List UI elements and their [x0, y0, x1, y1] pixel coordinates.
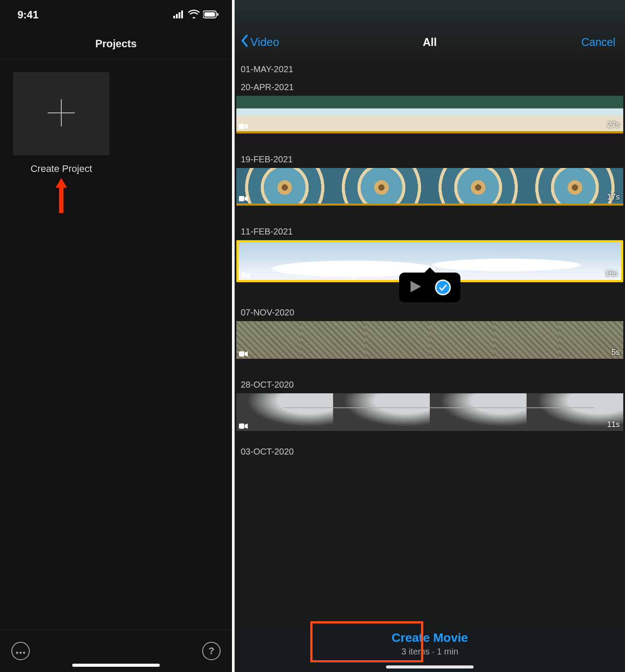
home-indicator[interactable] — [72, 664, 160, 667]
plus-icon — [46, 98, 77, 130]
svg-marker-16 — [245, 196, 248, 201]
media-picker-screen: Video All Cancel 01-MAY-2021 20-APR-2021… — [235, 0, 625, 672]
svg-marker-22 — [245, 424, 248, 429]
section-date: 20-APR-2021 — [235, 78, 625, 96]
wifi-icon — [188, 9, 200, 21]
section-date: 01-MAY-2021 — [235, 60, 625, 78]
svg-point-12 — [23, 651, 25, 654]
svg-rect-17 — [241, 273, 246, 278]
cellular-icon — [173, 9, 185, 21]
svg-point-11 — [20, 651, 22, 654]
svg-marker-9 — [56, 178, 67, 213]
video-icon — [241, 272, 250, 278]
create-movie-button[interactable]: Create Movie — [392, 631, 468, 645]
annotation-arrow-icon — [55, 178, 219, 215]
create-project-label: Create Project — [13, 163, 109, 175]
video-icon — [239, 351, 248, 357]
video-clip[interactable]: 27s — [236, 96, 623, 133]
section-date: 19-FEB-2021 — [235, 150, 625, 168]
video-clip[interactable]: 17s — [236, 168, 623, 206]
svg-rect-6 — [217, 13, 218, 16]
page-title: Projects — [0, 25, 232, 59]
svg-marker-20 — [245, 351, 248, 357]
confirm-button[interactable] — [435, 280, 451, 295]
footer-bar: Create Movie 3 items · 1 min — [235, 615, 625, 672]
help-button[interactable]: ? — [202, 642, 221, 660]
duration-label: 15s — [605, 269, 618, 278]
video-icon — [239, 423, 248, 429]
svg-rect-5 — [204, 12, 215, 17]
section-date: 03-OCT-2020 — [235, 442, 625, 460]
back-button[interactable]: Video — [241, 34, 279, 50]
home-indicator[interactable] — [386, 665, 474, 668]
video-clip[interactable]: 5s — [236, 321, 623, 359]
play-button[interactable] — [409, 280, 422, 295]
status-icons — [173, 9, 219, 21]
svg-rect-0 — [173, 16, 175, 18]
section-date: 07-NOV-2020 — [235, 303, 625, 321]
back-label: Video — [250, 35, 279, 49]
svg-rect-19 — [239, 351, 244, 357]
more-button[interactable] — [11, 642, 30, 660]
svg-rect-3 — [181, 10, 183, 18]
svg-marker-23 — [411, 281, 421, 292]
section-date: 28-OCT-2020 — [235, 375, 625, 393]
duration-label: 17s — [607, 192, 620, 202]
selection-summary: 3 items · 1 min — [401, 647, 458, 657]
chevron-left-icon — [241, 34, 249, 50]
duration-label: 11s — [607, 420, 620, 429]
video-icon — [239, 123, 248, 130]
svg-rect-2 — [179, 12, 180, 18]
svg-rect-13 — [239, 124, 244, 129]
nav-title[interactable]: All — [423, 36, 437, 49]
cancel-button[interactable]: Cancel — [581, 36, 615, 49]
svg-rect-21 — [239, 424, 244, 429]
projects-screen: 9:41 Projects Create Project — [0, 0, 232, 672]
svg-rect-15 — [239, 196, 244, 201]
section-date: 11-FEB-2021 — [235, 222, 625, 240]
svg-marker-18 — [247, 273, 250, 278]
status-bar: 9:41 — [0, 0, 232, 25]
svg-point-10 — [16, 651, 18, 654]
svg-rect-1 — [176, 14, 178, 18]
ellipsis-icon — [16, 645, 25, 657]
duration-label: 27s — [607, 120, 620, 130]
duration-label: 5s — [611, 348, 620, 357]
clip-popover — [399, 273, 460, 302]
nav-bar: Video All Cancel — [235, 0, 625, 60]
question-icon: ? — [208, 645, 214, 657]
video-icon — [239, 196, 248, 202]
battery-icon — [203, 9, 219, 21]
video-clip[interactable]: 11s — [236, 393, 623, 431]
create-project-tile[interactable] — [13, 72, 109, 155]
clip-list[interactable]: 01-MAY-2021 20-APR-2021 27s 19-FEB-2021 … — [235, 60, 625, 460]
status-time: 9:41 — [18, 9, 39, 21]
svg-marker-14 — [245, 124, 248, 129]
